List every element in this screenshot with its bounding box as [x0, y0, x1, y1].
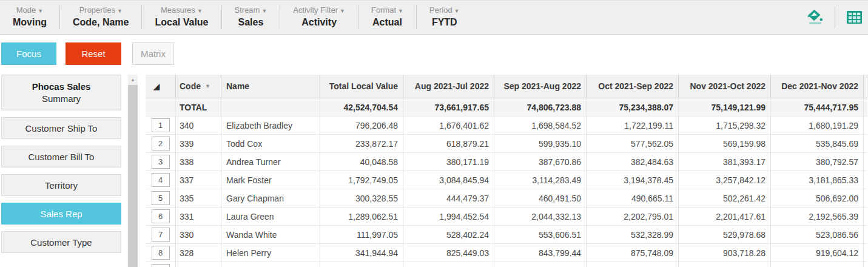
cell-value[interactable]: 381,393.17 [679, 153, 771, 171]
matrix-button[interactable]: Matrix [132, 42, 174, 65]
cell-value[interactable]: 2,192,565.39 [771, 208, 864, 226]
column-header-name[interactable]: Name [221, 75, 320, 98]
cell-value[interactable]: 1,698,584.52 [494, 117, 587, 135]
cell-code[interactable]: 335 [176, 189, 221, 208]
cell-value[interactable]: 444,479.37 [403, 189, 494, 208]
cell-value[interactable]: 380,171.19 [403, 153, 494, 171]
total-value[interactable]: 42,524,704.54 [320, 98, 403, 117]
cell-value[interactable]: 3,084,845.94 [403, 171, 494, 189]
cell-value[interactable]: 1,289,062.51 [320, 208, 403, 226]
cell-value[interactable]: 40,048.58 [320, 153, 403, 171]
cell-name[interactable]: Todd Cox [221, 135, 320, 153]
measures-dropdown[interactable]: Measures▼ Local Value [142, 5, 221, 29]
mode-dropdown[interactable]: Mode▼ Moving [0, 5, 59, 29]
column-header-sep[interactable]: Sep 2021-Aug 2022 [494, 75, 587, 98]
activity-filter-dropdown[interactable]: Activity Filter▼ Activity [280, 5, 358, 29]
cell-value[interactable]: 1,680,191.29 [771, 117, 864, 135]
column-header-oct[interactable]: Oct 2021-Sep 2022 [587, 75, 679, 98]
cell-value[interactable]: 233,872.17 [320, 135, 403, 153]
row-number[interactable]: 6 [152, 209, 170, 223]
row-number[interactable]: 7 [152, 228, 170, 242]
cell-value[interactable]: 618,879.21 [403, 135, 494, 153]
cell-value[interactable]: 2,201,417.61 [679, 208, 771, 226]
cell-value[interactable]: 460,491.50 [494, 189, 587, 208]
cell-value[interactable]: 903,718.28 [679, 244, 771, 262]
properties-dropdown[interactable]: Properties▼ Code, Name [60, 5, 141, 29]
grid-corner-sort-cell[interactable]: ◢ [146, 75, 176, 98]
cell-value[interactable]: 300,328.55 [320, 189, 403, 208]
total-value[interactable]: 74,806,723.88 [494, 98, 587, 117]
column-header-total-local-value[interactable]: Total Local Value [320, 75, 403, 98]
cell-value[interactable]: 1,715,298.32 [679, 117, 771, 135]
cell-value[interactable]: 387,670.86 [494, 153, 587, 171]
reset-button[interactable]: Reset [66, 42, 121, 65]
cell-name[interactable]: Laura Green [221, 208, 320, 226]
total-value[interactable]: 75,444,717.95 [771, 98, 864, 117]
cell-value[interactable]: 111,997.05 [320, 226, 403, 244]
scroll-up-arrow-icon[interactable]: ▲ [128, 75, 138, 85]
cell-name[interactable]: Helen Perry [221, 244, 320, 262]
cell-value[interactable]: 577,562.05 [587, 135, 679, 153]
row-number[interactable]: 8 [152, 246, 170, 260]
column-header-aug[interactable]: Aug 2021-Jul 2022 [403, 75, 494, 98]
stream-dropdown[interactable]: Stream▼ Sales [222, 5, 280, 29]
cell-value[interactable]: 380,792.57 [771, 153, 864, 171]
cell-value[interactable]: 532,328.99 [587, 226, 679, 244]
cell-code[interactable]: 339 [176, 135, 221, 153]
row-number[interactable] [152, 264, 170, 267]
cell-name[interactable]: Andrea Turner [221, 153, 320, 171]
cell-value[interactable]: 490,665.11 [587, 189, 679, 208]
cell-value[interactable]: 796,206.48 [320, 117, 403, 135]
cell-value[interactable]: 599,935.10 [494, 135, 587, 153]
total-value[interactable]: 75,234,388.07 [587, 98, 679, 117]
sidebar-item-customer-bill-to[interactable]: Customer Bill To [1, 146, 121, 167]
cell-value[interactable]: 1,722,199.11 [587, 117, 679, 135]
focus-button[interactable]: Focus [1, 42, 56, 65]
cell-code[interactable]: 328 [176, 244, 221, 262]
cell-value[interactable]: 523,086.56 [771, 226, 864, 244]
format-dropdown[interactable]: Format▼ Actual [358, 5, 416, 29]
column-header-code[interactable]: Code▼ [176, 75, 221, 98]
cell-code[interactable]: 337 [176, 171, 221, 189]
row-number[interactable]: 4 [152, 173, 170, 187]
cell-code[interactable]: 331 [176, 208, 221, 226]
cell-value[interactable]: 382,484.63 [587, 153, 679, 171]
grid-view-icon[interactable] [844, 7, 864, 28]
database-summary[interactable]: Phocas Sales Summary [1, 75, 121, 110]
sidebar-item-territory[interactable]: Territory [1, 174, 121, 196]
cell-value[interactable]: 506,692.00 [771, 189, 864, 208]
cell-value[interactable]: 825,449.03 [403, 244, 494, 262]
column-header-nov[interactable]: Nov 2021-Oct 2022 [679, 75, 771, 98]
cell-value[interactable]: 2,044,332.13 [494, 208, 587, 226]
cell-value[interactable]: 1,792,749.05 [320, 171, 403, 189]
cell-name[interactable]: Mark Foster [221, 171, 320, 189]
vertical-scrollbar[interactable]: ▲ [128, 75, 138, 267]
cell-value[interactable]: 1,676,401.62 [403, 117, 494, 135]
cell-name[interactable]: Wanda White [221, 226, 320, 244]
cell-value[interactable]: 341,944.94 [320, 244, 403, 262]
row-number[interactable]: 5 [152, 191, 170, 205]
cell-value[interactable]: 3,114,283.49 [494, 171, 587, 189]
cell-value[interactable]: 535,845.69 [771, 135, 864, 153]
cell-code[interactable]: 330 [176, 226, 221, 244]
cell-value[interactable]: 919,604.12 [771, 244, 864, 262]
cell-value[interactable]: 3,181,865.33 [771, 171, 864, 189]
fill-color-icon[interactable] [806, 7, 826, 28]
period-dropdown[interactable]: Period▼ FYTD [417, 5, 473, 29]
cell-value[interactable]: 528,402.24 [403, 226, 494, 244]
sidebar-item-customer-ship-to[interactable]: Customer Ship To [1, 117, 121, 139]
sidebar-item-customer-type[interactable]: Customer Type [1, 231, 121, 253]
cell-value[interactable]: 553,606.51 [494, 226, 587, 244]
scrollbar-thumb[interactable] [128, 85, 138, 267]
sidebar-item-sales-rep[interactable]: Sales Rep [1, 203, 121, 225]
cell-value[interactable]: 502,261.42 [679, 189, 771, 208]
cell-value[interactable]: 843,799.44 [494, 244, 587, 262]
cell-code[interactable]: 338 [176, 153, 221, 171]
row-number[interactable]: 3 [152, 155, 170, 169]
cell-value[interactable]: 569,159.98 [679, 135, 771, 153]
cell-code[interactable]: 340 [176, 117, 221, 135]
column-header-dec[interactable]: Dec 2021-Nov 2022 [771, 75, 864, 98]
cell-value[interactable]: 529,978.68 [679, 226, 771, 244]
cell-name[interactable]: Elizabeth Bradley [221, 117, 320, 135]
total-value[interactable]: 73,661,917.65 [403, 98, 494, 117]
